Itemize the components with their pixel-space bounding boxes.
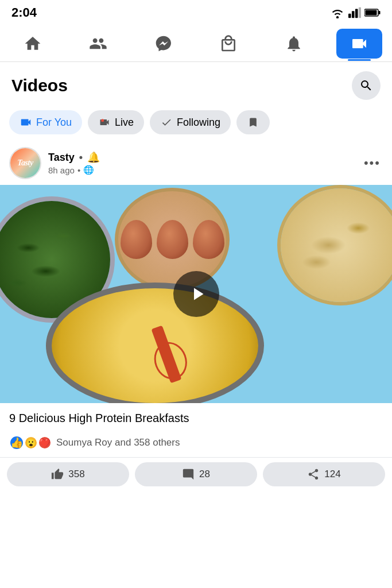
bell-icon[interactable]: 🔔 [87,151,100,164]
page-title: Videos [11,76,68,95]
wifi-icon [330,7,345,18]
tab-for-you-label: For You [36,117,72,129]
whisk [152,326,182,384]
like-button[interactable]: 358 [7,462,129,486]
svg-rect-6 [366,10,377,16]
egg-1 [121,220,152,259]
author-avatar[interactable]: Tasty [9,147,41,179]
home-icon [24,34,42,53]
author-name-row: Tasty • 🔔 [48,151,355,164]
reaction-heart: ❤️ [38,436,52,450]
videos-icon [350,34,368,53]
like-count: 358 [68,469,84,480]
messenger-icon [154,34,173,53]
comment-button[interactable]: 28 [135,462,257,486]
breadcrumb-bowl [277,185,392,305]
comment-count: 28 [199,469,210,480]
more-options-button[interactable]: ••• [362,156,383,171]
globe-icon: 🌐 [83,165,94,175]
saved-icon [247,116,259,129]
tab-following-label: Following [177,117,220,129]
friends-icon [89,34,107,53]
filter-tabs: For You Live Following [0,106,392,141]
svg-rect-0 [348,14,351,18]
notifications-icon [285,34,303,53]
status-time: 2:04 [11,5,37,20]
tab-following[interactable]: Following [150,110,231,134]
signal-icon [348,7,361,18]
nav-marketplace[interactable] [205,29,251,59]
play-icon [187,284,208,304]
share-count: 124 [324,469,340,480]
battery-icon [364,8,381,17]
nav-videos[interactable] [336,29,382,59]
like-icon [51,468,64,481]
for-you-icon [20,116,32,129]
svg-rect-3 [359,7,361,18]
post-title: 9 Delicious High Protein Breakfasts [9,410,383,426]
meta-dot: • [77,165,80,175]
reactions-row: 👍 😮 ❤️ Soumya Roy and 358 others [0,431,392,455]
heart-emoji: ❤️ [39,438,51,448]
author-info: Tasty • 🔔 8h ago • 🌐 [48,151,355,175]
tab-for-you[interactable]: For You [9,110,82,134]
nav-messenger[interactable] [141,29,187,59]
svg-rect-1 [352,11,355,18]
nav-home[interactable] [10,29,56,59]
svg-rect-5 [379,11,381,14]
pan [46,283,264,403]
svg-point-7 [101,119,104,122]
nav-friends[interactable] [75,29,121,59]
video-container [0,185,392,403]
comment-icon [182,468,195,481]
nav-bar [0,23,392,62]
svg-rect-2 [355,9,358,18]
live-icon [98,116,111,129]
author-meta: 8h ago • 🌐 [48,165,355,175]
reactions-text: Soumya Roy and 358 others [56,437,180,448]
tab-live[interactable]: Live [88,110,144,134]
reaction-wow: 😮 [24,436,38,450]
egg-3 [193,220,224,259]
bc-content [281,188,392,302]
share-button[interactable]: 124 [263,462,385,486]
author-name: Tasty [48,152,75,164]
post-author-row: Tasty Tasty • 🔔 8h ago • 🌐 ••• [0,141,392,185]
tab-live-label: Live [115,117,134,129]
nav-active-indicator [348,59,371,61]
time-ago: 8h ago [48,165,75,175]
tab-saved[interactable] [236,110,270,134]
egg-2 [157,220,188,259]
action-row: 358 28 124 [0,457,392,496]
play-button[interactable] [173,271,219,317]
reaction-thumb: 👍 [9,435,24,450]
marketplace-icon [219,34,238,53]
tasty-logo: Tasty [10,148,40,178]
post-content: 9 Delicious High Protein Breakfasts [0,403,392,431]
dot-separator: • [79,152,83,164]
search-button[interactable] [352,71,381,100]
eggs-bowl [115,188,230,291]
thumb-emoji: 👍 [10,436,23,449]
wow-emoji: 😮 [25,438,37,448]
nav-notifications[interactable] [271,29,317,59]
status-bar: 2:04 [0,0,392,23]
search-icon [359,79,373,92]
share-icon [307,468,320,481]
status-icons [330,7,381,18]
page-header: Videos [0,62,392,106]
following-icon [160,116,173,129]
video-thumbnail [0,185,392,403]
